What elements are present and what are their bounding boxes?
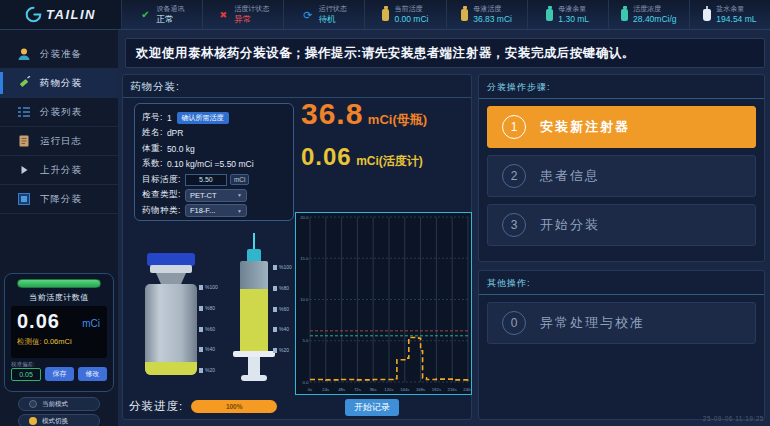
confirm-activity-button[interactable]: 确认所需活度: [177, 112, 229, 124]
svg-text:168s: 168s: [416, 387, 425, 392]
step-label: 患者信息: [540, 167, 600, 185]
standby-icon: ⟳: [302, 10, 314, 20]
offset-value: 0.05: [11, 368, 41, 381]
step-patient-info[interactable]: 2 患者信息: [487, 155, 756, 197]
other-panel-title: 其他操作:: [479, 271, 764, 295]
drug-value: F18-F...: [190, 206, 215, 215]
status-value: 194.54 mL: [716, 14, 756, 25]
exam-label: 检查类型:: [142, 189, 181, 201]
welcome-banner: 欢迎使用泰林核药分装设备；操作提示:请先安装患者端注射器，安装完成后按键确认。: [125, 38, 765, 68]
start-record-button[interactable]: 开始记录: [345, 399, 399, 416]
sidebar-item-label: 下降分装: [40, 193, 82, 206]
activity-meter-readout: 0.06 mCi(活度计): [301, 143, 423, 171]
activity-chart-svg: 0s24s48s72s96s120s144s168s192s216s240s0.…: [295, 212, 472, 395]
svg-text:240s: 240s: [463, 387, 472, 392]
svg-text:0s: 0s: [308, 387, 313, 392]
form-row-name: 姓名: dPR: [142, 126, 286, 142]
status-value: 待机: [319, 14, 347, 25]
svg-text:72s: 72s: [354, 387, 361, 392]
stop-icon: [17, 192, 31, 206]
sidebar-item-label: 分装列表: [40, 106, 82, 119]
target-unit: mCi: [230, 174, 250, 185]
status-run-state: ⟳ 运行状态待机: [284, 0, 365, 29]
mother-vial-unit: mCi(母瓶): [368, 112, 427, 127]
step-number: 2: [502, 164, 526, 188]
coef-value: 0.10 kg/mCi =5.50 mCi: [167, 159, 254, 169]
operator-icon: [17, 47, 31, 61]
sidebar-item-dispense[interactable]: 药物分装: [0, 69, 118, 98]
step-number: 0: [502, 311, 526, 335]
status-value: 正常: [157, 14, 185, 25]
form-row-coef: 系数: 0.10 kg/mCi =5.50 mCi: [142, 157, 286, 173]
status-concentration: 活度浓度28.40mCi/g: [609, 0, 690, 29]
welcome-text: 欢迎使用泰林核药分装设备；操作提示:请先安装患者端注射器，安装完成后按键确认。: [136, 45, 635, 62]
status-mother-volume: 母液余量1.30 mL: [528, 0, 609, 29]
app-root: TAILIN ✔ 设备通讯正常 ✖ 活度计状态异常 ⟳ 运行状态待机 当前活度0…: [0, 0, 770, 426]
exam-type-select[interactable]: PET-CT ▼: [185, 189, 247, 202]
status-current-activity: 当前活度0.00 mCi: [365, 0, 446, 29]
vial-icon: [382, 9, 389, 21]
meter-title: 当前活度计数值: [11, 292, 107, 303]
sidebar-item-label: 药物分装: [40, 77, 82, 90]
syringe-graphic: [237, 233, 271, 383]
vial-scale: %100%80%60%40%20: [199, 285, 218, 373]
status-device-comm: ✔ 设备通讯正常: [122, 0, 203, 29]
activity-meter-value: 0.06: [301, 143, 352, 170]
status-label: 运行状态: [319, 5, 347, 14]
step-start-dispense[interactable]: 3 开始分装: [487, 204, 756, 246]
status-mother-activity: 母液活度36.83 mCi: [447, 0, 528, 29]
coef-label: 系数:: [142, 158, 163, 170]
sidebar-item-prepare[interactable]: 分装准备: [0, 40, 118, 69]
play-icon: [17, 163, 31, 177]
meter-detected: 检测值: 0.06mCi: [17, 337, 101, 347]
mode-icon: [29, 400, 37, 408]
form-row-seq: 序号: 1 确认所需活度: [142, 110, 286, 126]
dispense-panel-title: 药物分装:: [130, 80, 180, 94]
step-exception-calibration[interactable]: 0 异常处理与校准: [487, 302, 756, 344]
status-label: 母液活度: [473, 5, 512, 14]
chevron-down-icon: ▼: [237, 192, 242, 198]
mode-button-current[interactable]: 当前模式: [18, 397, 100, 411]
target-activity-input[interactable]: [185, 174, 227, 186]
mode-label: 当前模式: [42, 400, 68, 409]
steps-panel-title: 分装操作步骤:: [479, 75, 764, 99]
step-label: 异常处理与校准: [540, 314, 645, 332]
chevron-down-icon: ▼: [237, 208, 242, 214]
syringe-scale: %100%80%60%40%20: [273, 265, 292, 353]
tailin-logo-icon: [25, 6, 42, 23]
sidebar-item-log[interactable]: 运行日志: [0, 127, 118, 156]
sidebar-item-raise[interactable]: 上升分装: [0, 156, 118, 185]
timestamp: 25-09-06 11:19:25: [703, 415, 764, 422]
save-button[interactable]: 保存: [45, 367, 74, 381]
svg-text:144s: 144s: [400, 387, 409, 392]
sidebar-item-list[interactable]: 分装列表: [0, 98, 118, 127]
tailin-logo-text: TAILIN: [46, 7, 96, 22]
vial-graphic: [145, 253, 197, 375]
meter-display: 0.06 mCi 检测值: 0.06mCi: [11, 306, 107, 358]
svg-text:0.0: 0.0: [303, 380, 310, 385]
step-install-syringe[interactable]: 1 安装新注射器: [487, 106, 756, 148]
activity-meter-unit: mCi(活度计): [356, 154, 423, 168]
sidebar-nav: 分装准备 药物分装 分装列表 运行日志 上升分装 下降分装 当前活度计数值 0.…: [0, 30, 118, 426]
weight-value: 50.0 kg: [167, 144, 195, 154]
step-number: 3: [502, 213, 526, 237]
seq-label: 序号:: [142, 112, 163, 124]
steps-panel: 分装操作步骤: 1 安装新注射器 2 患者信息 3 开始分装: [478, 74, 765, 262]
sidebar-item-lower[interactable]: 下降分装: [0, 185, 118, 214]
drug-label: 药物种类:: [142, 205, 181, 217]
saline-bag-icon: [703, 9, 711, 21]
offset-label: 校准偏差:: [11, 361, 41, 368]
svg-text:96s: 96s: [370, 387, 377, 392]
mode-button-switch[interactable]: 模式切换: [18, 414, 100, 426]
log-icon: [17, 134, 31, 148]
modify-button[interactable]: 修改: [78, 367, 107, 381]
activity-meter-panel: 当前活度计数值 0.06 mCi 检测值: 0.06mCi 校准偏差: 0.05…: [4, 273, 114, 392]
svg-text:120s: 120s: [384, 387, 393, 392]
target-label: 目标活度:: [142, 174, 181, 186]
status-label: 母液余量: [558, 5, 589, 14]
seq-value: 1: [167, 113, 172, 123]
drug-type-select[interactable]: F18-F... ▼: [185, 204, 247, 217]
vial-icon: [621, 9, 628, 21]
dispense-panel: 药物分装: 序号: 1 确认所需活度 姓名: dPR 体重: 50.0 kg 系…: [122, 74, 472, 420]
step-number: 1: [502, 115, 526, 139]
